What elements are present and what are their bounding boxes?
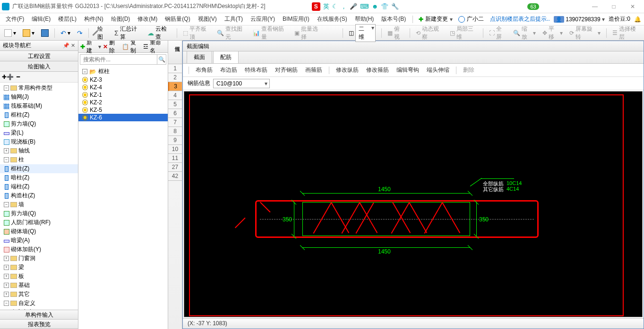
btn-align-bar[interactable]: 对齐钢筋 [272, 65, 301, 76]
credit-label[interactable]: 造价豆:0 [609, 15, 630, 23]
redo-button[interactable] [75, 28, 85, 38]
comp-delete-button[interactable]: ✕删除 [103, 41, 120, 55]
minimize-button[interactable]: — [585, 1, 604, 12]
sum-button[interactable]: 汇总计算 [112, 24, 143, 42]
btn-end-ext[interactable]: 端头伸缩 [424, 65, 452, 76]
row-num[interactable]: 10 [168, 145, 182, 154]
tb-rotate[interactable]: ⟳ 屏幕旋转 ▾ [567, 24, 603, 42]
row-num[interactable]: 1 [168, 64, 182, 73]
tb-zoom[interactable]: 🔍 缩放 ▾ [511, 24, 538, 42]
menu-edit[interactable]: 编辑(E) [29, 14, 53, 25]
close-button[interactable]: ✕ [623, 1, 642, 12]
user-phone[interactable]: 👤 13907298339 ▾ [554, 16, 605, 23]
row-num[interactable]: 11 [168, 154, 182, 163]
tb-level-top[interactable]: ⬚ 平齐板顶 [180, 24, 213, 42]
comp-item[interactable]: KZ-1 [90, 92, 102, 98]
btn-edge-bar[interactable]: 布边筋 [217, 65, 240, 76]
draw-button[interactable]: 绘图 [92, 24, 110, 42]
nav-tab-single[interactable]: 单构件输入 [0, 310, 78, 320]
tree-axis[interactable]: 轴线 [18, 147, 30, 155]
row-num[interactable]: 5 [168, 100, 182, 109]
row-num[interactable]: 8 [168, 127, 182, 136]
tb-pan[interactable]: ✥ 平移 ▾ [540, 24, 565, 42]
row-num[interactable]: 6 [168, 109, 182, 118]
row-num[interactable]: 42 [168, 172, 182, 181]
component-tree[interactable]: − 📂 框柱 KZ-3 KZ-4 KZ-1 KZ-2 KZ-5 KZ-6 [78, 66, 168, 329]
hint-link[interactable]: 点识别楼层表之后提示.. [490, 15, 550, 23]
nav-tab-draw[interactable]: 绘图输入 [0, 61, 78, 72]
btn-draw-hoop[interactable]: 画箍筋 [302, 65, 325, 76]
row-num[interactable]: 7 [168, 118, 182, 127]
tree-opening[interactable]: 门窗洞 [18, 254, 35, 262]
row-num[interactable]: 27 [168, 163, 182, 172]
comp-item[interactable]: KZ-4 [90, 84, 102, 91]
wrench-icon[interactable]: 🔧 [391, 3, 399, 10]
tb-fullscreen[interactable]: ⛶ 全屏 [487, 24, 509, 42]
module-tree[interactable]: −常用构件类型 轴网(J) 筏板基础(M) 框柱(Z) 剪力墙(Q) 梁(L) … [0, 83, 78, 310]
tb-batch-select[interactable]: ▣ 批量选择 [292, 24, 324, 42]
tab-rebar[interactable]: 配筋 [213, 51, 239, 63]
collapse-tool-icon[interactable]: ━ [17, 74, 20, 80]
comp-item[interactable]: KZ-3 [90, 76, 102, 83]
btn-mod-hoop[interactable]: 修改箍筋 [363, 65, 392, 76]
search-input[interactable] [80, 55, 157, 64]
btn-special-bar[interactable]: 特殊布筋 [242, 65, 270, 76]
new-file-button[interactable]: ▾ [2, 28, 18, 38]
tree-custom[interactable]: 自定义 [18, 299, 35, 307]
sogou-icon[interactable]: S [312, 2, 320, 11]
search-icon[interactable]: 🔍 [157, 55, 166, 64]
rebar-info-combo[interactable]: C10@100 [213, 79, 270, 88]
user-nick[interactable]: 广小二 [456, 14, 486, 24]
new-change-button[interactable]: ✚新建变更▾ [417, 14, 455, 24]
pin-icon[interactable]: 📌 ✕ [63, 42, 75, 49]
mic-icon[interactable]: 🎤 [350, 3, 357, 10]
tb-local-3d[interactable]: ◳ 局部三维 [447, 24, 480, 42]
tree-wall[interactable]: 墙 [18, 201, 24, 209]
row-num[interactable]: 2 [168, 73, 182, 82]
tb-select-floor[interactable]: ☰ 选择楼层 [610, 24, 642, 42]
menu-floor[interactable]: 楼层(L) [55, 14, 79, 25]
comp-new-button[interactable]: ✚新建▾ [80, 41, 101, 55]
undo-button[interactable]: ▾ [58, 28, 73, 38]
comp-rename-button[interactable]: ☲重命名 [143, 41, 166, 55]
nav-tab-settings[interactable]: 工程设置 [0, 51, 78, 61]
tb-view-rebar[interactable]: 📊 查看钢筋量 [250, 24, 290, 42]
tree-common[interactable]: 常用构件类型 [18, 84, 52, 92]
nav-tab-report[interactable]: 报表预览 [0, 320, 78, 329]
comp-copy-button[interactable]: 📋复制 [122, 41, 141, 55]
tree-other[interactable]: 其它 [18, 290, 30, 298]
lang-indicator[interactable]: 英 [323, 2, 329, 11]
score-badge[interactable]: 63 [527, 3, 539, 10]
comp-item[interactable]: KZ-5 [90, 107, 102, 113]
comp-item-selected[interactable]: KZ-6 [90, 114, 102, 121]
cloud-check-button[interactable]: 云检查 [145, 24, 173, 42]
drawing-canvas[interactable]: 1450 1450 350 350 全部纵筋 [184, 91, 643, 317]
btn-corner-bar[interactable]: 布角筋 [193, 65, 215, 76]
view-mode-combo[interactable]: ◫ 二维 [346, 23, 378, 43]
bell-icon[interactable]: 🔔 [634, 16, 641, 23]
btn-delete[interactable]: 删除 [460, 65, 477, 76]
tree-beam[interactable]: 梁 [18, 263, 24, 271]
save-button[interactable] [39, 28, 51, 38]
row-num[interactable]: 4 [168, 91, 182, 100]
comp-item[interactable]: KZ-2 [90, 99, 102, 106]
tree-slab[interactable]: 板 [18, 272, 24, 280]
expand-tool-icon[interactable]: ✚➕ [2, 74, 14, 80]
property-header[interactable]: 属性 [168, 41, 182, 64]
tb-orbit[interactable]: ⟲ 动态观察 [413, 24, 445, 42]
btn-edit-hook[interactable]: 编辑弯钩 [394, 65, 422, 76]
tab-section[interactable]: 截面 [187, 51, 212, 63]
face-icon[interactable]: ☻ [372, 3, 378, 10]
keyboard-icon[interactable]: ⌨ [360, 3, 369, 10]
row-num-selected[interactable]: 3 [168, 82, 182, 91]
btn-mod-long[interactable]: 修改纵筋 [333, 65, 361, 76]
maximize-button[interactable]: □ [604, 1, 623, 12]
tb-top-view[interactable]: ▦ 俯视 [385, 24, 407, 42]
comma-icon[interactable]: ， [341, 2, 347, 11]
tree-foundation[interactable]: 基础 [18, 281, 30, 289]
tree-column[interactable]: 柱 [18, 156, 24, 164]
row-num[interactable]: 9 [168, 136, 182, 145]
moon-icon[interactable]: ☾ [332, 3, 338, 10]
shirt-icon[interactable]: 👕 [381, 3, 388, 10]
menu-file[interactable]: 文件(F) [3, 14, 27, 25]
